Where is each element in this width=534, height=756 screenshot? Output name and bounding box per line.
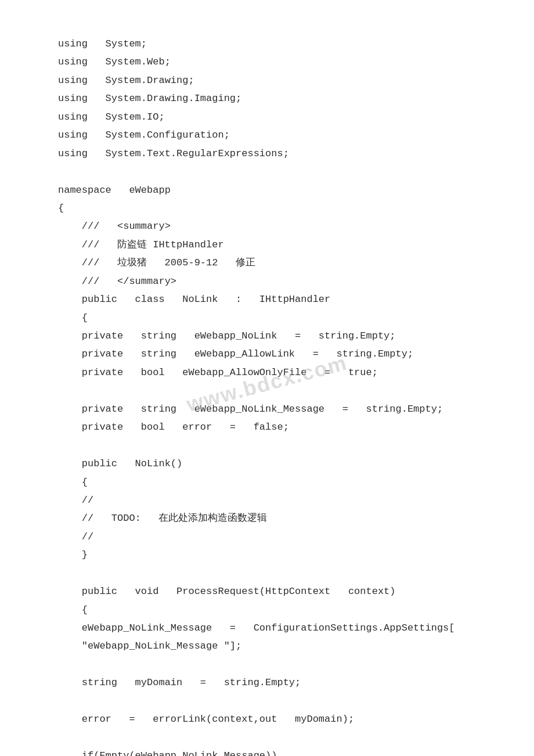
code-line: private string eWebapp_AllowLink = strin… xyxy=(58,345,476,363)
code-line: if(Empty(eWebapp_NoLink_Message)) xyxy=(58,747,476,756)
code-line xyxy=(58,656,476,674)
code-line: eWebapp_NoLink_Message = ConfigurationSe… xyxy=(58,619,476,637)
page-content: www.bdcx.com using System;using System.W… xyxy=(0,0,534,756)
code-line xyxy=(58,564,476,582)
code-line xyxy=(58,437,476,455)
code-line: { xyxy=(58,199,476,217)
code-line: // xyxy=(58,528,476,546)
code-line: using System.Web; xyxy=(58,53,476,71)
code-line: private string eWebapp_NoLink_Message = … xyxy=(58,400,476,418)
code-line xyxy=(58,692,476,710)
code-line: { xyxy=(58,601,476,619)
code-line: using System.Text.RegularExpressions; xyxy=(58,145,476,163)
code-line: error = errorLink(context,out myDomain); xyxy=(58,710,476,728)
code-line: /// 垃圾猪 2005-9-12 修正 xyxy=(58,254,476,272)
code-line: "eWebapp_NoLink_Message "]; xyxy=(58,637,476,655)
code-line: } xyxy=(58,546,476,564)
code-line: public class NoLink : IHttpHandler xyxy=(58,290,476,308)
code-line: using System.IO; xyxy=(58,108,476,126)
code-line: { xyxy=(58,473,476,491)
code-line: using System.Drawing.Imaging; xyxy=(58,89,476,107)
code-line: /// 防盗链 IHttpHandler xyxy=(58,236,476,254)
code-line: // TODO: 在此处添加构造函数逻辑 xyxy=(58,509,476,527)
code-line: using System.Configuration; xyxy=(58,126,476,144)
code-line: public NoLink() xyxy=(58,455,476,473)
code-block: using System;using System.Web;using Syst… xyxy=(58,35,476,756)
code-line: private bool error = false; xyxy=(58,418,476,436)
code-line: private bool eWebapp_AllowOnlyFile = tru… xyxy=(58,363,476,381)
code-line: private string eWebapp_NoLink = string.E… xyxy=(58,327,476,345)
code-line: // xyxy=(58,491,476,509)
code-line xyxy=(58,163,476,181)
code-line: /// <summary> xyxy=(58,217,476,235)
code-line: using System.Drawing; xyxy=(58,71,476,89)
code-line xyxy=(58,729,476,747)
code-line: /// </summary> xyxy=(58,272,476,290)
code-line: using System; xyxy=(58,35,476,53)
code-line: string myDomain = string.Empty; xyxy=(58,674,476,692)
code-line: public void ProcessRequest(HttpContext c… xyxy=(58,582,476,600)
code-line xyxy=(58,381,476,399)
code-line: { xyxy=(58,309,476,327)
code-line: namespace eWebapp xyxy=(58,181,476,199)
